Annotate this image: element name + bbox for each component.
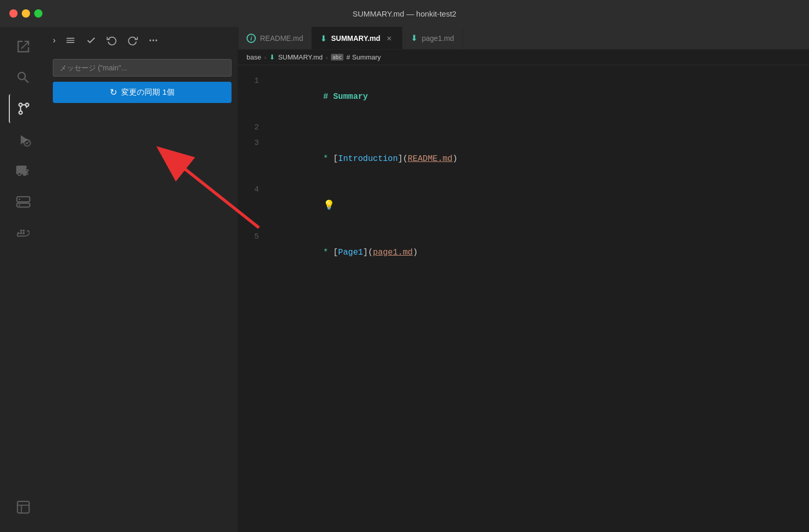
more-icon[interactable] [146,33,161,48]
sidebar: › ↻ 変更の同期 1個 [47,27,238,532]
line-content-5: * [Page1](page1.md) [269,229,809,276]
breadcrumb-abc-icon: abc [331,54,343,61]
code-editor: 1 # Summary 2 3 * [Introduction](README.… [238,65,809,532]
window-title: SUMMARY.md — honkit-test2 [353,9,456,18]
breadcrumb-download-icon: ⬇ [269,53,275,61]
token-link-text-3: Introduction [338,154,398,164]
refresh-icon[interactable] [125,33,140,48]
token-space-3 [328,154,334,164]
commit-area: ↻ 変更の同期 1個 [47,54,238,108]
breadcrumb-section: # Summary [346,53,381,61]
svg-rect-10 [23,232,25,234]
token-bullet-5: * [323,248,328,257]
traffic-lights [9,9,42,18]
svg-rect-11 [20,230,22,232]
page1-download-icon: ⬇ [411,33,417,43]
line-content-3: * [Introduction](README.md) [269,136,809,182]
sync-button[interactable]: ↻ 変更の同期 1個 [53,82,232,103]
sidebar-item-search[interactable] [9,63,38,92]
tab-close-summary[interactable]: ✕ [384,34,394,43]
breadcrumb-base: base [247,53,261,61]
sidebar-item-remote[interactable] [9,187,38,216]
sidebar-item-terminal[interactable] [9,493,38,522]
activity-bar [0,27,47,532]
token-url-3: README.md [408,154,452,164]
token-link-text-5: Page1 [338,248,363,257]
svg-point-16 [150,39,151,41]
tab-page1-label: page1.md [422,34,454,42]
maximize-button[interactable] [34,9,42,18]
token-paren-close-5: ) [413,248,418,257]
breadcrumb: base › ⬇ SUMMARY.md › abc # Summary [238,50,809,65]
code-line-2: 2 [238,120,809,136]
titlebar: SUMMARY.md — honkit-test2 [0,0,809,27]
close-button[interactable] [9,9,18,18]
svg-point-6 [19,199,20,200]
line-num-4: 4 [238,182,269,198]
summary-download-icon: ⬇ [320,34,327,43]
chevron-icon: › [53,36,55,45]
code-line-1: 1 # Summary [238,73,809,120]
sidebar-toolbar: › [47,27,238,54]
token-paren-close-3: ) [453,154,458,164]
code-line-5: 5 * [Page1](page1.md) [238,229,809,276]
tab-page1[interactable]: ⬇ page1.md [402,27,463,49]
token-summary-heading: Summary [333,92,368,101]
code-line-4: 4 💡 [238,182,809,229]
history-icon[interactable] [104,33,120,48]
token-bracket-open-3: [ [333,154,338,164]
tab-readme-label: README.md [260,34,303,42]
main-layout: › ↻ 変更の同期 1個 [0,27,809,532]
tab-readme[interactable]: i README.md [238,27,312,49]
token-hash: # [323,92,333,101]
sidebar-item-source-control[interactable] [9,94,38,123]
readme-info-icon: i [247,34,256,43]
check-icon[interactable] [83,33,99,48]
tab-bar: i README.md ⬇ SUMMARY.md ✕ ⬇ page1.md [238,27,809,50]
sidebar-item-run[interactable] [9,125,38,154]
line-content-1: # Summary [269,73,809,120]
tab-summary-label: SUMMARY.md [331,34,380,42]
token-url-5: page1.md [373,248,413,257]
svg-rect-12 [23,230,25,232]
line-num-2: 2 [238,120,269,136]
svg-point-17 [153,39,154,41]
sync-label: 変更の同期 1個 [121,87,175,97]
sidebar-item-explorer[interactable] [9,32,38,61]
token-bracket-close-5: ]( [363,248,373,257]
minimize-button[interactable] [22,9,30,18]
token-bullet-3: * [323,154,328,164]
tab-summary[interactable]: ⬇ SUMMARY.md ✕ [312,27,402,49]
line-num-1: 1 [238,73,269,89]
breadcrumb-file: SUMMARY.md [278,53,323,61]
svg-point-18 [155,39,157,41]
svg-rect-13 [18,501,30,513]
breadcrumb-sep1: › [264,54,266,61]
svg-rect-9 [20,232,22,234]
token-bracket-open-5: [ [333,248,338,257]
token-bracket-close-3: ]( [398,154,408,164]
line-num-3: 3 [238,136,269,151]
token-lightbulb: 💡 [323,200,335,211]
list-icon[interactable] [63,33,78,48]
commit-message-input[interactable] [53,59,232,77]
code-line-3: 3 * [Introduction](README.md) [238,136,809,182]
line-num-5: 5 [238,229,269,245]
token-space-5 [328,248,334,257]
svg-point-7 [19,204,20,206]
sidebar-item-extensions[interactable] [9,156,38,185]
editor-area: i README.md ⬇ SUMMARY.md ✕ ⬇ page1.md ba… [238,27,809,532]
breadcrumb-sep2: › [326,54,328,61]
sync-icon: ↻ [110,87,117,98]
sidebar-item-docker[interactable] [9,218,38,247]
line-content-4: 💡 [269,182,809,229]
